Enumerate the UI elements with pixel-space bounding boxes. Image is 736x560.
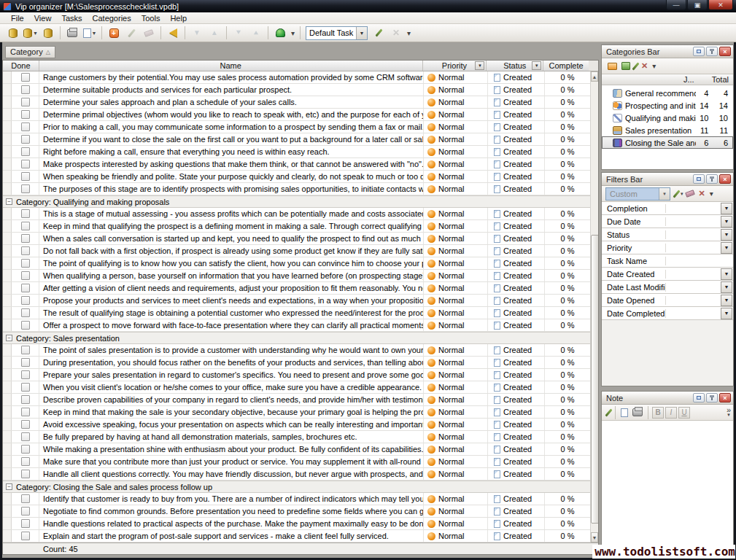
menu-item-categories[interactable]: Categories [88, 13, 136, 23]
task-row[interactable]: Negotiate to find common grounds. Before… [3, 505, 590, 518]
filter-dropdown-button[interactable]: ▼ [721, 203, 732, 214]
done-checkbox[interactable] [21, 73, 30, 82]
done-checkbox[interactable] [21, 85, 30, 94]
preview-note-icon[interactable] [621, 408, 628, 417]
categories-toolbar-overflow[interactable]: ▾ [652, 62, 656, 70]
clear-filter-icon[interactable] [685, 190, 695, 198]
scroll-down-button[interactable]: ▼ [591, 532, 598, 542]
task-row[interactable]: Prior to making a call, you may communic… [3, 121, 590, 133]
done-checkbox[interactable] [21, 172, 30, 181]
category-item[interactable]: Closing the Sale and sale66 [602, 136, 733, 149]
task-row[interactable]: Propose your products and services to me… [3, 295, 590, 307]
task-row[interactable]: Right before making a call, ensure that … [3, 146, 590, 158]
done-checkbox[interactable] [21, 160, 30, 168]
chevron-down-icon[interactable]: ▼ [659, 188, 670, 200]
task-type-select[interactable]: Default Task ▼ [306, 26, 368, 40]
move-to-top-button[interactable]: ⯅ [248, 26, 264, 41]
done-checkbox[interactable] [21, 259, 30, 268]
scroll-up-button[interactable]: ▲ [591, 71, 598, 82]
task-row[interactable]: The point of sales presentation is to pr… [3, 344, 590, 357]
menu-item-view[interactable]: View [29, 13, 57, 23]
restore-panel-icon[interactable] [693, 47, 705, 56]
done-checkbox[interactable] [21, 284, 30, 292]
move-down-button[interactable]: ▼ [189, 26, 205, 41]
done-checkbox[interactable] [21, 507, 30, 516]
done-checkbox[interactable] [21, 457, 30, 466]
task-row[interactable]: While making a presentation shine with e… [3, 443, 590, 456]
add-subcategory-icon[interactable] [621, 62, 630, 70]
task-row[interactable]: The point of qualifying is to know how y… [3, 257, 590, 270]
filter-dropdown-button[interactable]: ▼ [721, 268, 732, 280]
vertical-scrollbar[interactable]: ▲ ▼ [590, 71, 598, 542]
task-row[interactable]: Handle all client questions correctly. Y… [3, 468, 590, 481]
done-checkbox[interactable] [21, 494, 30, 503]
category-group-header[interactable]: −Category: Sales presentation [3, 332, 590, 344]
italic-button[interactable]: I [665, 407, 677, 419]
done-checkbox[interactable] [21, 370, 30, 379]
priority-filter-button[interactable]: ▼ [475, 61, 484, 70]
done-checkbox[interactable] [21, 296, 30, 305]
task-row[interactable]: When you visit client's location or he/s… [3, 381, 590, 394]
task-row[interactable]: Determine primal objectives (whom would … [3, 109, 590, 121]
move-to-bottom-button[interactable]: ⯆ [231, 26, 247, 41]
task-row[interactable]: After getting a vision of client needs a… [3, 282, 590, 295]
done-checkbox[interactable] [21, 110, 30, 119]
filter-dropdown-button[interactable]: ▼ [721, 216, 732, 228]
chevron-down-icon[interactable]: ▼ [356, 27, 367, 39]
task-row[interactable]: Make sure that you contribute more than … [3, 456, 590, 468]
save-database-button[interactable] [40, 26, 56, 41]
category-item[interactable]: Sales presentation1111 [602, 124, 733, 136]
edit-category-icon[interactable] [632, 62, 639, 70]
task-row[interactable]: Avoid excessive speaking, focus your pre… [3, 419, 590, 431]
tree-column-total[interactable]: Total [704, 74, 733, 85]
filter-dropdown-button[interactable]: ▼ [721, 242, 732, 254]
edit-task-type-button[interactable] [371, 26, 387, 41]
status-filter-button[interactable]: ▼ [532, 61, 541, 70]
menu-item-tools[interactable]: Tools [136, 13, 166, 23]
toolbar-overflow-2[interactable]: ▾ [407, 29, 411, 37]
edit-note-icon[interactable] [605, 408, 612, 416]
done-checkbox[interactable] [21, 308, 30, 317]
category-item[interactable]: Prospecting and initiating1414 [602, 99, 733, 112]
menu-item-file[interactable]: File [6, 13, 29, 23]
pin-panel-icon[interactable] [706, 47, 718, 56]
print-note-icon[interactable] [632, 408, 643, 416]
tree-column-j[interactable]: J... [683, 74, 704, 85]
close-panel-icon[interactable]: × [719, 393, 731, 402]
note-content[interactable] [602, 421, 733, 556]
add-task-button[interactable]: + [106, 26, 122, 41]
delete-task-type-button[interactable]: ✕ [388, 26, 404, 41]
task-row[interactable]: Do not fall back with a first objection,… [3, 245, 590, 257]
jump-to-task-button[interactable] [165, 26, 181, 41]
category-group-header[interactable]: −Category: Qualifying and making proposa… [3, 195, 590, 208]
done-checkbox[interactable] [21, 470, 30, 478]
task-row[interactable]: When a sales call conversation is starte… [3, 233, 590, 245]
maximize-button[interactable]: ▣ [687, 0, 708, 10]
done-checkbox[interactable] [21, 209, 30, 218]
task-row[interactable]: When qualifying a person, base yourself … [3, 270, 590, 282]
close-panel-icon[interactable]: × [719, 47, 731, 56]
open-database-button[interactable]: ▼ [23, 26, 39, 41]
menu-item-tasks[interactable]: Tasks [56, 13, 87, 23]
column-header-name[interactable]: Name [39, 61, 423, 71]
edit-task-button[interactable] [123, 26, 139, 41]
restore-panel-icon[interactable] [693, 174, 705, 184]
done-checkbox[interactable] [21, 184, 30, 193]
group-by-category-button[interactable]: Category △ [5, 46, 55, 58]
category-item[interactable]: General recommendations44 [602, 87, 733, 99]
done-checkbox[interactable] [21, 246, 30, 255]
task-row[interactable]: Describe proven capabilities of your com… [3, 394, 590, 406]
toolbar-overflow[interactable]: ▾ [291, 29, 295, 37]
apply-filter-icon[interactable] [673, 190, 680, 198]
column-header-status[interactable]: Status▼ [487, 61, 543, 71]
task-row[interactable]: Make prospects interested by asking ques… [3, 158, 590, 171]
task-row[interactable]: Determine your sales approach and plan a… [3, 96, 590, 109]
done-checkbox[interactable] [21, 234, 30, 243]
task-row[interactable]: During presentation, you should focus ra… [3, 357, 590, 369]
underline-button[interactable]: U [678, 407, 690, 419]
add-category-icon[interactable] [608, 63, 617, 70]
task-row[interactable]: The result of qualifying stage is obtain… [3, 307, 590, 319]
task-row[interactable]: Range customers by their potential.You m… [3, 71, 590, 84]
close-panel-icon[interactable]: × [719, 174, 731, 184]
filters-toolbar-overflow[interactable]: ▾ [710, 190, 713, 198]
